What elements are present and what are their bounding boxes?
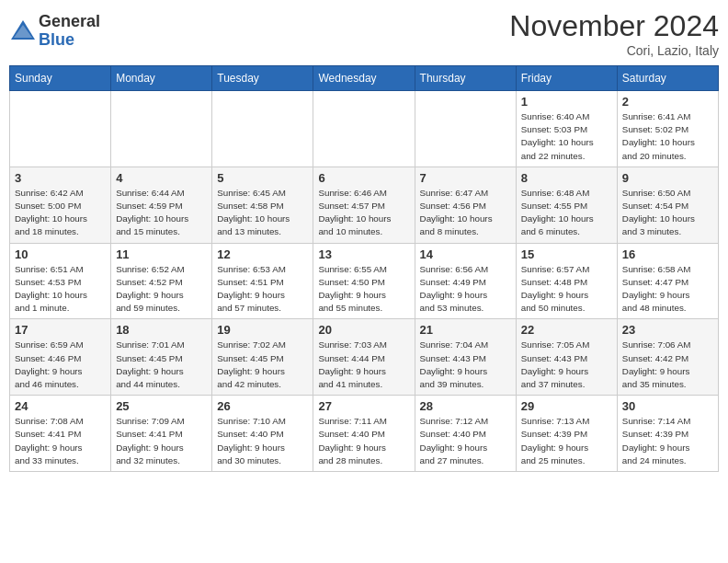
calendar-week: 3Sunrise: 6:42 AM Sunset: 5:00 PM Daylig… xyxy=(10,167,719,243)
day-info: Sunrise: 7:05 AM Sunset: 4:43 PM Dayligh… xyxy=(521,339,612,391)
day-number: 12 xyxy=(217,247,308,261)
day-number: 28 xyxy=(420,399,511,413)
logo: General Blue xyxy=(9,13,100,50)
page-header: General Blue November 2024 Cori, Lazio, … xyxy=(9,9,719,58)
day-number: 29 xyxy=(521,399,612,413)
calendar-cell: 17Sunrise: 6:59 AM Sunset: 4:46 PM Dayli… xyxy=(10,319,111,396)
calendar-cell: 10Sunrise: 6:51 AM Sunset: 4:53 PM Dayli… xyxy=(10,243,111,319)
calendar-cell: 27Sunrise: 7:11 AM Sunset: 4:40 PM Dayli… xyxy=(313,396,415,472)
location: Cori, Lazio, Italy xyxy=(509,43,719,58)
day-number: 10 xyxy=(15,247,106,261)
day-info: Sunrise: 6:51 AM Sunset: 4:53 PM Dayligh… xyxy=(15,263,106,316)
day-info: Sunrise: 7:06 AM Sunset: 4:42 PM Dayligh… xyxy=(622,339,713,391)
day-number: 5 xyxy=(217,171,308,185)
logo-text: General Blue xyxy=(39,13,100,50)
day-number: 14 xyxy=(420,247,511,261)
calendar-week: 10Sunrise: 6:51 AM Sunset: 4:53 PM Dayli… xyxy=(10,243,719,319)
day-info: Sunrise: 7:09 AM Sunset: 4:41 PM Dayligh… xyxy=(116,415,207,467)
calendar-cell xyxy=(10,91,111,167)
calendar-cell: 21Sunrise: 7:04 AM Sunset: 4:43 PM Dayli… xyxy=(415,319,516,396)
day-info: Sunrise: 6:50 AM Sunset: 4:54 PM Dayligh… xyxy=(622,187,713,239)
day-number: 21 xyxy=(420,323,511,337)
day-number: 25 xyxy=(116,399,207,413)
month-title: November 2024 xyxy=(509,9,719,43)
day-number: 23 xyxy=(622,323,713,337)
day-number: 11 xyxy=(116,247,207,261)
calendar-cell: 4Sunrise: 6:44 AM Sunset: 4:59 PM Daylig… xyxy=(111,167,212,243)
day-number: 6 xyxy=(318,171,409,185)
header-day: Saturday xyxy=(617,66,718,91)
day-number: 1 xyxy=(521,95,612,109)
calendar-cell: 9Sunrise: 6:50 AM Sunset: 4:54 PM Daylig… xyxy=(617,167,718,243)
calendar-cell: 14Sunrise: 6:56 AM Sunset: 4:49 PM Dayli… xyxy=(415,243,516,319)
title-area: November 2024 Cori, Lazio, Italy xyxy=(509,9,719,58)
day-number: 8 xyxy=(521,171,612,185)
day-number: 17 xyxy=(15,323,106,337)
day-info: Sunrise: 6:53 AM Sunset: 4:51 PM Dayligh… xyxy=(217,263,308,316)
calendar-cell: 7Sunrise: 6:47 AM Sunset: 4:56 PM Daylig… xyxy=(415,167,516,243)
day-info: Sunrise: 7:01 AM Sunset: 4:45 PM Dayligh… xyxy=(116,339,207,391)
day-info: Sunrise: 6:52 AM Sunset: 4:52 PM Dayligh… xyxy=(116,263,207,316)
header-day: Sunday xyxy=(10,66,111,91)
day-info: Sunrise: 6:58 AM Sunset: 4:47 PM Dayligh… xyxy=(622,263,713,316)
header-row: SundayMondayTuesdayWednesdayThursdayFrid… xyxy=(10,66,719,91)
calendar-header: SundayMondayTuesdayWednesdayThursdayFrid… xyxy=(10,66,719,91)
calendar-week: 24Sunrise: 7:08 AM Sunset: 4:41 PM Dayli… xyxy=(10,396,719,472)
day-info: Sunrise: 7:12 AM Sunset: 4:40 PM Dayligh… xyxy=(420,415,511,467)
calendar-cell: 15Sunrise: 6:57 AM Sunset: 4:48 PM Dayli… xyxy=(516,243,617,319)
day-info: Sunrise: 7:14 AM Sunset: 4:39 PM Dayligh… xyxy=(622,415,713,467)
day-number: 2 xyxy=(622,95,713,109)
calendar-cell: 5Sunrise: 6:45 AM Sunset: 4:58 PM Daylig… xyxy=(212,167,313,243)
calendar-cell: 20Sunrise: 7:03 AM Sunset: 4:44 PM Dayli… xyxy=(313,319,415,396)
day-number: 24 xyxy=(15,399,106,413)
day-number: 7 xyxy=(420,171,511,185)
header-day: Wednesday xyxy=(313,66,415,91)
day-info: Sunrise: 6:55 AM Sunset: 4:50 PM Dayligh… xyxy=(318,263,409,316)
calendar-cell: 29Sunrise: 7:13 AM Sunset: 4:39 PM Dayli… xyxy=(516,396,617,472)
calendar-cell: 11Sunrise: 6:52 AM Sunset: 4:52 PM Dayli… xyxy=(111,243,212,319)
day-info: Sunrise: 6:46 AM Sunset: 4:57 PM Dayligh… xyxy=(318,187,409,239)
day-info: Sunrise: 6:48 AM Sunset: 4:55 PM Dayligh… xyxy=(521,187,612,239)
day-info: Sunrise: 6:44 AM Sunset: 4:59 PM Dayligh… xyxy=(116,187,207,239)
calendar-cell: 23Sunrise: 7:06 AM Sunset: 4:42 PM Dayli… xyxy=(617,319,718,396)
calendar-cell: 25Sunrise: 7:09 AM Sunset: 4:41 PM Dayli… xyxy=(111,396,212,472)
calendar-cell: 28Sunrise: 7:12 AM Sunset: 4:40 PM Dayli… xyxy=(415,396,516,472)
day-info: Sunrise: 7:11 AM Sunset: 4:40 PM Dayligh… xyxy=(318,415,409,467)
calendar-cell: 16Sunrise: 6:58 AM Sunset: 4:47 PM Dayli… xyxy=(617,243,718,319)
logo-blue: Blue xyxy=(39,30,74,49)
calendar-cell: 12Sunrise: 6:53 AM Sunset: 4:51 PM Dayli… xyxy=(212,243,313,319)
day-info: Sunrise: 7:13 AM Sunset: 4:39 PM Dayligh… xyxy=(521,415,612,467)
day-number: 13 xyxy=(318,247,409,261)
header-day: Monday xyxy=(111,66,212,91)
calendar-cell: 19Sunrise: 7:02 AM Sunset: 4:45 PM Dayli… xyxy=(212,319,313,396)
day-number: 9 xyxy=(622,171,713,185)
calendar-cell xyxy=(111,91,212,167)
calendar-week: 1Sunrise: 6:40 AM Sunset: 5:03 PM Daylig… xyxy=(10,91,719,167)
day-info: Sunrise: 7:03 AM Sunset: 4:44 PM Dayligh… xyxy=(318,339,409,391)
calendar-body: 1Sunrise: 6:40 AM Sunset: 5:03 PM Daylig… xyxy=(10,91,719,472)
calendar-cell: 3Sunrise: 6:42 AM Sunset: 5:00 PM Daylig… xyxy=(10,167,111,243)
calendar-cell: 8Sunrise: 6:48 AM Sunset: 4:55 PM Daylig… xyxy=(516,167,617,243)
day-info: Sunrise: 6:57 AM Sunset: 4:48 PM Dayligh… xyxy=(521,263,612,316)
calendar-cell: 1Sunrise: 6:40 AM Sunset: 5:03 PM Daylig… xyxy=(516,91,617,167)
day-number: 4 xyxy=(116,171,207,185)
day-info: Sunrise: 7:08 AM Sunset: 4:41 PM Dayligh… xyxy=(15,415,106,467)
day-info: Sunrise: 6:56 AM Sunset: 4:49 PM Dayligh… xyxy=(420,263,511,316)
day-number: 26 xyxy=(217,399,308,413)
calendar-cell: 18Sunrise: 7:01 AM Sunset: 4:45 PM Dayli… xyxy=(111,319,212,396)
day-info: Sunrise: 6:45 AM Sunset: 4:58 PM Dayligh… xyxy=(217,187,308,239)
calendar-cell: 24Sunrise: 7:08 AM Sunset: 4:41 PM Dayli… xyxy=(10,396,111,472)
header-day: Thursday xyxy=(415,66,516,91)
calendar-week: 17Sunrise: 6:59 AM Sunset: 4:46 PM Dayli… xyxy=(10,319,719,396)
day-number: 3 xyxy=(15,171,106,185)
calendar-cell: 22Sunrise: 7:05 AM Sunset: 4:43 PM Dayli… xyxy=(516,319,617,396)
day-number: 30 xyxy=(622,399,713,413)
calendar-cell xyxy=(415,91,516,167)
calendar-table: SundayMondayTuesdayWednesdayThursdayFrid… xyxy=(9,65,719,472)
calendar-cell xyxy=(212,91,313,167)
calendar-cell: 26Sunrise: 7:10 AM Sunset: 4:40 PM Dayli… xyxy=(212,396,313,472)
day-number: 19 xyxy=(217,323,308,337)
day-info: Sunrise: 6:40 AM Sunset: 5:03 PM Dayligh… xyxy=(521,110,612,163)
logo-icon xyxy=(9,17,37,45)
calendar-cell: 2Sunrise: 6:41 AM Sunset: 5:02 PM Daylig… xyxy=(617,91,718,167)
